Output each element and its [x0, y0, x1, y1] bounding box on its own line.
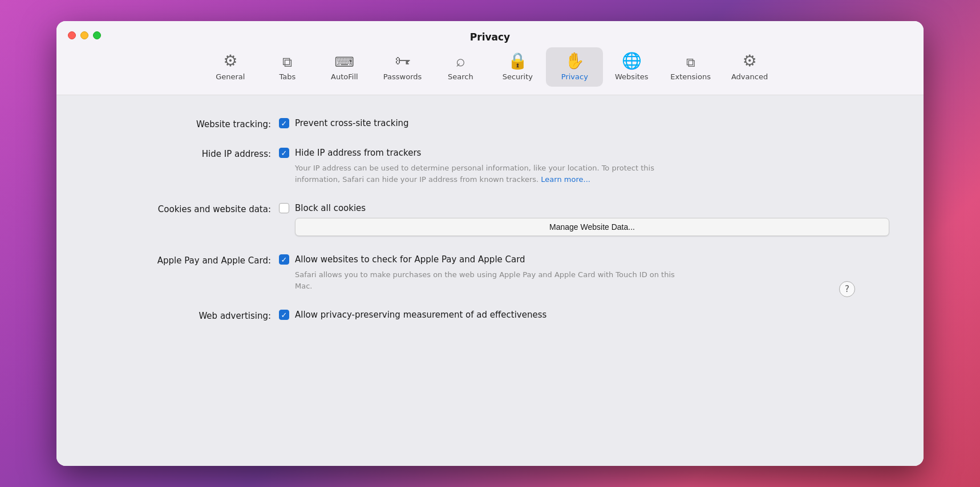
web-advertising-content: Allow privacy-preserving measurement of … [279, 310, 889, 320]
tab-websites[interactable]: 🌐 Websites [603, 47, 660, 87]
website-tracking-checkbox[interactable] [279, 118, 289, 128]
tab-search-label: Search [448, 72, 473, 81]
advanced-gear-icon: ⚙ [742, 53, 756, 69]
tab-advanced-label: Advanced [731, 72, 768, 81]
tab-websites-label: Websites [615, 72, 649, 81]
content-area: Website tracking: Prevent cross-site tra… [56, 95, 924, 466]
web-advertising-label: Web advertising: [91, 310, 279, 321]
website-tracking-checkbox-label: Prevent cross-site tracking [295, 118, 409, 128]
hide-ip-label: Hide IP address: [91, 148, 279, 159]
cookies-checkbox[interactable] [279, 203, 289, 213]
apple-pay-checkbox[interactable] [279, 254, 289, 265]
cookies-checkbox-row: Block all cookies [279, 203, 889, 213]
hide-ip-content: Hide IP address from trackers Your IP ad… [279, 148, 889, 185]
hide-ip-checkbox-row: Hide IP address from trackers [279, 148, 889, 158]
web-advertising-row: Web advertising: Allow privacy-preservin… [91, 310, 889, 321]
apple-pay-helper: Safari allows you to make purchases on t… [279, 269, 678, 291]
website-tracking-content: Prevent cross-site tracking [279, 118, 889, 128]
tab-passwords[interactable]: 🗝 Passwords [373, 47, 432, 87]
cookies-content: Block all cookies Manage Website Data... [279, 203, 889, 236]
apple-pay-checkbox-row: Allow websites to check for Apple Pay an… [279, 254, 889, 265]
learn-more-link[interactable]: Learn more... [541, 175, 590, 184]
tab-general-label: General [216, 72, 245, 81]
tab-security-label: Security [503, 72, 533, 81]
window-title: Privacy [470, 31, 510, 43]
hide-ip-checkbox[interactable] [279, 148, 289, 158]
web-advertising-checkbox[interactable] [279, 310, 289, 320]
help-button[interactable]: ? [839, 281, 855, 297]
website-tracking-checkbox-row: Prevent cross-site tracking [279, 118, 889, 128]
lock-icon: 🔒 [508, 53, 528, 69]
hide-ip-helper: Your IP address can be used to determine… [279, 163, 678, 185]
minimize-button[interactable] [80, 31, 88, 39]
close-button[interactable] [68, 31, 76, 39]
tab-extensions[interactable]: ⧉ Extensions [660, 51, 721, 87]
globe-icon: 🌐 [622, 53, 642, 69]
tab-passwords-label: Passwords [383, 72, 422, 81]
titlebar: Privacy ⚙ General ⧉ Tabs ⌨ AutoFill 🗝 Pa… [56, 21, 924, 95]
tab-privacy[interactable]: ✋ Privacy [546, 47, 603, 87]
tabs-icon: ⧉ [282, 55, 292, 69]
web-advertising-checkbox-row: Allow privacy-preserving measurement of … [279, 310, 889, 320]
hand-icon: ✋ [565, 53, 585, 69]
traffic-lights [68, 21, 101, 39]
autofill-icon: ⌨ [335, 55, 355, 69]
web-advertising-checkbox-label: Allow privacy-preserving measurement of … [295, 310, 546, 320]
website-tracking-label: Website tracking: [91, 118, 279, 129]
tab-tabs[interactable]: ⧉ Tabs [259, 50, 316, 87]
tab-tabs-label: Tabs [279, 72, 295, 81]
tab-autofill-label: AutoFill [331, 72, 358, 81]
tab-search[interactable]: ⌕ Search [432, 47, 489, 87]
tab-general[interactable]: ⚙ General [202, 47, 259, 87]
tab-security[interactable]: 🔒 Security [489, 47, 546, 87]
hide-ip-row: Hide IP address: Hide IP address from tr… [91, 148, 889, 185]
apple-pay-checkbox-label: Allow websites to check for Apple Pay an… [295, 254, 525, 265]
settings-window: Privacy ⚙ General ⧉ Tabs ⌨ AutoFill 🗝 Pa… [56, 21, 924, 466]
tab-advanced[interactable]: ⚙ Advanced [721, 47, 778, 87]
extensions-icon: ⧉ [686, 56, 695, 69]
tab-extensions-label: Extensions [670, 72, 711, 81]
maximize-button[interactable] [93, 31, 101, 39]
cookies-checkbox-label: Block all cookies [295, 203, 366, 213]
tab-autofill[interactable]: ⌨ AutoFill [316, 50, 373, 87]
cookies-row: Cookies and website data: Block all cook… [91, 203, 889, 236]
search-icon: ⌕ [456, 53, 465, 69]
manage-website-data-button[interactable]: Manage Website Data... [295, 218, 889, 236]
apple-pay-content: Allow websites to check for Apple Pay an… [279, 254, 889, 291]
key-icon: 🗝 [395, 53, 411, 69]
apple-pay-label: Apple Pay and Apple Card: [91, 254, 279, 266]
tab-privacy-label: Privacy [561, 72, 588, 81]
website-tracking-row: Website tracking: Prevent cross-site tra… [91, 118, 889, 129]
hide-ip-checkbox-label: Hide IP address from trackers [295, 148, 421, 158]
apple-pay-row: Apple Pay and Apple Card: Allow websites… [91, 254, 889, 291]
gear-icon: ⚙ [223, 53, 237, 69]
cookies-label: Cookies and website data: [91, 203, 279, 214]
toolbar: ⚙ General ⧉ Tabs ⌨ AutoFill 🗝 Passwords … [191, 47, 789, 87]
